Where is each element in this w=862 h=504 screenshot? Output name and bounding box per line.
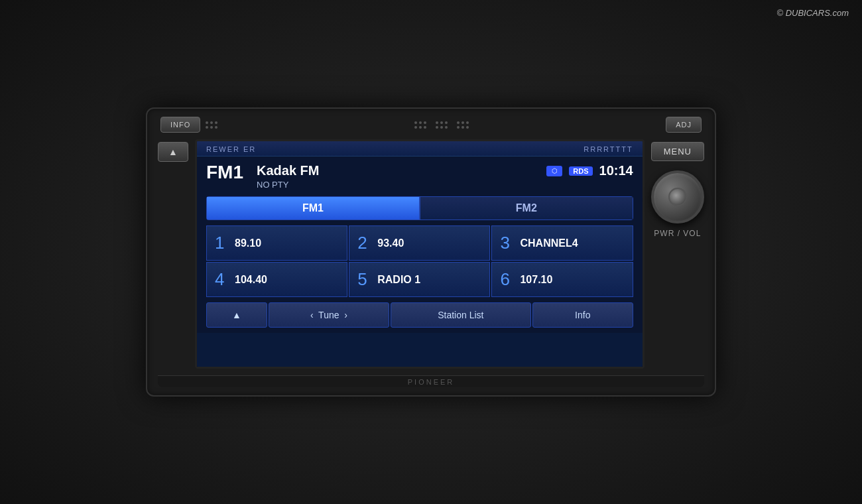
band-tabs: FM1 FM2 [206,196,633,220]
preset-2[interactable]: 2 93.40 [349,225,490,261]
preset-value-3: CHANNEL4 [520,237,578,249]
preset-4[interactable]: 4 104.40 [206,262,347,297]
tune-button[interactable]: ‹ Tune › [269,302,389,328]
preset-5[interactable]: 5 RADIO 1 [349,262,490,297]
preset-number-2: 2 [357,233,371,253]
clock-display: 10:14 [599,163,633,178]
knob-inner [668,188,687,206]
preset-value-6: 107.10 [520,274,552,286]
head-unit-bezel: INFO ADJ ▲ [146,107,716,397]
station-info: Kadak FM NO PTY [257,163,546,190]
pwr-vol-knob[interactable] [651,170,704,223]
screen-top-left-text: REWER ER [206,145,256,153]
preset-3[interactable]: 3 CHANNEL4 [491,225,633,261]
top-bar: INFO ADJ [158,117,704,133]
preset-number-3: 3 [500,233,513,253]
preset-number-1: 1 [215,233,228,253]
screen-container: REWER ER RRRRTTTT FM1 Kadak FM NO PTY [195,139,645,369]
screen: REWER ER RRRRTTTT FM1 Kadak FM NO PTY [197,141,643,367]
info-button[interactable]: INFO [160,117,200,133]
control-bar: ▲ ‹ Tune › Station List Info [206,302,633,328]
tab-fm2[interactable]: FM2 [420,196,633,220]
middle-section: ▲ REWER ER RRRRTTTT FM1 Kadak [158,139,704,369]
preset-number-6: 6 [500,269,513,290]
screen-status-right: ⬡ RDS 10:14 [546,163,633,178]
preset-value-1: 89.10 [235,237,261,249]
tab-fm1[interactable]: FM1 [206,196,420,220]
eject-button[interactable]: ▲ [158,142,188,162]
preset-1[interactable]: 1 89.10 [206,225,347,261]
left-controls: ▲ [158,139,188,369]
fm-band-label: FM1 [206,163,243,182]
car-unit: © DUBICARS.com INFO ADJ [0,0,862,504]
top-bar-right: ADJ [666,117,702,133]
preset-value-2: 93.40 [377,237,404,249]
screen-top-right-text: RRRRTTTT [584,145,633,153]
adj-button[interactable]: ADJ [666,117,702,133]
presets-grid: 1 89.10 2 93.40 3 CHANNEL4 [206,225,633,297]
screen-main: FM1 Kadak FM NO PTY ⬡ RDS 10:14 [197,157,643,333]
brand-logo: PIONEER [408,378,455,386]
bottom-strip: PIONEER [158,375,704,387]
info-screen-button[interactable]: Info [532,302,633,328]
watermark: © DUBICARS.com [776,8,849,18]
station-pty: NO PTY [257,180,546,190]
bluetooth-icon: ⬡ [546,166,562,176]
pwr-vol-label: PWR / VOL [654,229,701,238]
station-name: Kadak FM [257,163,546,178]
screen-top-bar: REWER ER RRRRTTTT [197,141,643,157]
knob-container: PWR / VOL [651,170,704,238]
rds-badge: RDS [569,166,592,176]
dot-group-1 [206,121,217,129]
preset-number-5: 5 [357,269,371,290]
preset-value-4: 104.40 [235,274,267,286]
preset-value-5: RADIO 1 [377,274,420,286]
menu-button[interactable]: MENU [651,142,704,161]
station-list-button[interactable]: Station List [391,302,531,328]
top-bar-left: INFO [160,117,217,133]
screen-header: FM1 Kadak FM NO PTY ⬡ RDS 10:14 [206,163,633,190]
top-dots [217,121,666,129]
preset-6[interactable]: 6 107.10 [491,262,633,297]
scroll-up-button[interactable]: ▲ [206,302,267,328]
right-controls: MENU PWR / VOL [651,139,704,369]
preset-number-4: 4 [215,269,228,290]
